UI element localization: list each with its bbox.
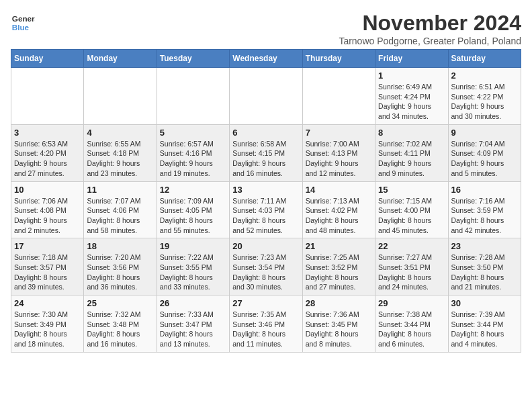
calendar-cell: 19Sunrise: 7:22 AM Sunset: 3:55 PM Dayli… <box>157 238 229 295</box>
day-number: 3 <box>14 128 81 138</box>
day-number: 21 <box>306 241 372 251</box>
calendar-cell: 24Sunrise: 7:30 AM Sunset: 3:49 PM Dayli… <box>11 295 84 353</box>
day-info: Sunrise: 7:02 AM Sunset: 4:11 PM Dayligh… <box>378 139 445 179</box>
day-number: 11 <box>87 185 153 195</box>
day-number: 16 <box>451 185 518 195</box>
calendar-cell: 2Sunrise: 6:51 AM Sunset: 4:22 PM Daylig… <box>448 68 521 125</box>
day-number: 14 <box>306 185 372 195</box>
day-info: Sunrise: 7:33 AM Sunset: 3:47 PM Dayligh… <box>160 310 226 349</box>
calendar-cell: 10Sunrise: 7:06 AM Sunset: 4:08 PM Dayli… <box>11 181 84 238</box>
calendar-cell: 26Sunrise: 7:33 AM Sunset: 3:47 PM Dayli… <box>157 295 229 353</box>
calendar-cell <box>302 68 375 125</box>
day-info: Sunrise: 7:38 AM Sunset: 3:44 PM Dayligh… <box>378 310 445 349</box>
day-number: 26 <box>160 298 226 308</box>
day-number: 25 <box>87 298 153 308</box>
day-info: Sunrise: 7:18 AM Sunset: 3:57 PM Dayligh… <box>14 253 81 292</box>
calendar-header: SundayMondayTuesdayWednesdayThursdayFrid… <box>11 50 521 68</box>
day-info: Sunrise: 7:16 AM Sunset: 3:59 PM Dayligh… <box>451 196 518 236</box>
logo: General Blue <box>11 11 35 35</box>
day-info: Sunrise: 6:51 AM Sunset: 4:22 PM Dayligh… <box>451 82 518 122</box>
day-number: 8 <box>378 128 445 138</box>
calendar-week-row: 3Sunrise: 6:53 AM Sunset: 4:20 PM Daylig… <box>11 124 521 181</box>
day-info: Sunrise: 7:25 AM Sunset: 3:52 PM Dayligh… <box>306 253 372 292</box>
weekday-header: Friday <box>375 50 448 68</box>
day-number: 4 <box>87 128 153 138</box>
weekday-header: Monday <box>84 50 157 68</box>
calendar-cell: 9Sunrise: 7:04 AM Sunset: 4:09 PM Daylig… <box>448 124 521 181</box>
calendar-cell: 28Sunrise: 7:36 AM Sunset: 3:45 PM Dayli… <box>302 295 375 353</box>
day-number: 9 <box>451 128 518 138</box>
day-number: 30 <box>451 298 518 308</box>
calendar-cell <box>157 68 229 125</box>
calendar-cell: 14Sunrise: 7:13 AM Sunset: 4:02 PM Dayli… <box>302 181 375 238</box>
day-number: 1 <box>378 71 445 81</box>
calendar-cell: 20Sunrise: 7:23 AM Sunset: 3:54 PM Dayli… <box>230 238 302 295</box>
calendar-cell: 1Sunrise: 6:49 AM Sunset: 4:24 PM Daylig… <box>375 68 448 125</box>
day-info: Sunrise: 7:28 AM Sunset: 3:50 PM Dayligh… <box>451 253 518 292</box>
day-info: Sunrise: 7:27 AM Sunset: 3:51 PM Dayligh… <box>378 253 445 292</box>
day-info: Sunrise: 6:53 AM Sunset: 4:20 PM Dayligh… <box>14 139 81 179</box>
day-info: Sunrise: 6:55 AM Sunset: 4:18 PM Dayligh… <box>87 139 153 179</box>
calendar-table: SundayMondayTuesdayWednesdayThursdayFrid… <box>11 49 521 353</box>
weekday-header: Wednesday <box>230 50 302 68</box>
calendar-cell: 30Sunrise: 7:39 AM Sunset: 3:44 PM Dayli… <box>448 295 521 353</box>
calendar-cell <box>11 68 84 125</box>
calendar-cell: 4Sunrise: 6:55 AM Sunset: 4:18 PM Daylig… <box>84 124 157 181</box>
calendar-cell: 8Sunrise: 7:02 AM Sunset: 4:11 PM Daylig… <box>375 124 448 181</box>
location-subtitle: Tarnowo Podgorne, Greater Poland, Poland <box>339 36 521 46</box>
day-number: 10 <box>14 185 81 195</box>
calendar-cell <box>84 68 157 125</box>
day-number: 13 <box>232 185 299 195</box>
calendar-cell: 11Sunrise: 7:07 AM Sunset: 4:06 PM Dayli… <box>84 181 157 238</box>
svg-text:Blue: Blue <box>12 23 30 32</box>
day-number: 27 <box>232 298 299 308</box>
day-info: Sunrise: 7:13 AM Sunset: 4:02 PM Dayligh… <box>306 196 372 236</box>
day-info: Sunrise: 7:39 AM Sunset: 3:44 PM Dayligh… <box>451 310 518 349</box>
day-info: Sunrise: 7:15 AM Sunset: 4:00 PM Dayligh… <box>378 196 445 236</box>
weekday-header: Sunday <box>11 50 84 68</box>
day-info: Sunrise: 6:57 AM Sunset: 4:16 PM Dayligh… <box>160 139 226 179</box>
day-number: 5 <box>160 128 226 138</box>
calendar-cell: 12Sunrise: 7:09 AM Sunset: 4:05 PM Dayli… <box>157 181 229 238</box>
day-number: 28 <box>306 298 372 308</box>
logo-icon: General Blue <box>11 11 35 35</box>
day-number: 18 <box>87 241 153 251</box>
day-info: Sunrise: 7:00 AM Sunset: 4:13 PM Dayligh… <box>306 139 372 179</box>
day-number: 24 <box>14 298 81 308</box>
day-info: Sunrise: 7:06 AM Sunset: 4:08 PM Dayligh… <box>14 196 81 236</box>
calendar-cell: 3Sunrise: 6:53 AM Sunset: 4:20 PM Daylig… <box>11 124 84 181</box>
calendar-cell: 23Sunrise: 7:28 AM Sunset: 3:50 PM Dayli… <box>448 238 521 295</box>
day-info: Sunrise: 7:30 AM Sunset: 3:49 PM Dayligh… <box>14 310 81 349</box>
calendar-cell: 16Sunrise: 7:16 AM Sunset: 3:59 PM Dayli… <box>448 181 521 238</box>
day-number: 7 <box>306 128 372 138</box>
calendar-cell: 25Sunrise: 7:32 AM Sunset: 3:48 PM Dayli… <box>84 295 157 353</box>
day-info: Sunrise: 7:22 AM Sunset: 3:55 PM Dayligh… <box>160 253 226 292</box>
calendar-cell: 29Sunrise: 7:38 AM Sunset: 3:44 PM Dayli… <box>375 295 448 353</box>
day-number: 6 <box>232 128 299 138</box>
day-info: Sunrise: 6:49 AM Sunset: 4:24 PM Dayligh… <box>378 82 445 122</box>
day-number: 23 <box>451 241 518 251</box>
day-info: Sunrise: 7:09 AM Sunset: 4:05 PM Dayligh… <box>160 196 226 236</box>
day-number: 17 <box>14 241 81 251</box>
day-number: 29 <box>378 298 445 308</box>
calendar-cell: 15Sunrise: 7:15 AM Sunset: 4:00 PM Dayli… <box>375 181 448 238</box>
calendar-cell: 13Sunrise: 7:11 AM Sunset: 4:03 PM Dayli… <box>230 181 302 238</box>
day-number: 2 <box>451 71 518 81</box>
month-title: November 2024 <box>339 11 521 36</box>
calendar-cell: 18Sunrise: 7:20 AM Sunset: 3:56 PM Dayli… <box>84 238 157 295</box>
day-info: Sunrise: 7:04 AM Sunset: 4:09 PM Dayligh… <box>451 139 518 179</box>
calendar-week-row: 1Sunrise: 6:49 AM Sunset: 4:24 PM Daylig… <box>11 68 521 125</box>
day-info: Sunrise: 7:36 AM Sunset: 3:45 PM Dayligh… <box>306 310 372 349</box>
day-number: 20 <box>232 241 299 251</box>
calendar-cell: 21Sunrise: 7:25 AM Sunset: 3:52 PM Dayli… <box>302 238 375 295</box>
calendar-week-row: 10Sunrise: 7:06 AM Sunset: 4:08 PM Dayli… <box>11 181 521 238</box>
day-info: Sunrise: 7:11 AM Sunset: 4:03 PM Dayligh… <box>232 196 299 236</box>
day-number: 22 <box>378 241 445 251</box>
calendar-body: 1Sunrise: 6:49 AM Sunset: 4:24 PM Daylig… <box>11 68 521 353</box>
day-info: Sunrise: 7:07 AM Sunset: 4:06 PM Dayligh… <box>87 196 153 236</box>
weekday-header: Tuesday <box>157 50 229 68</box>
day-info: Sunrise: 7:20 AM Sunset: 3:56 PM Dayligh… <box>87 253 153 292</box>
day-info: Sunrise: 7:23 AM Sunset: 3:54 PM Dayligh… <box>232 253 299 292</box>
page-header: General Blue November 2024 Tarnowo Podgo… <box>11 11 521 46</box>
weekday-header: Saturday <box>448 50 521 68</box>
